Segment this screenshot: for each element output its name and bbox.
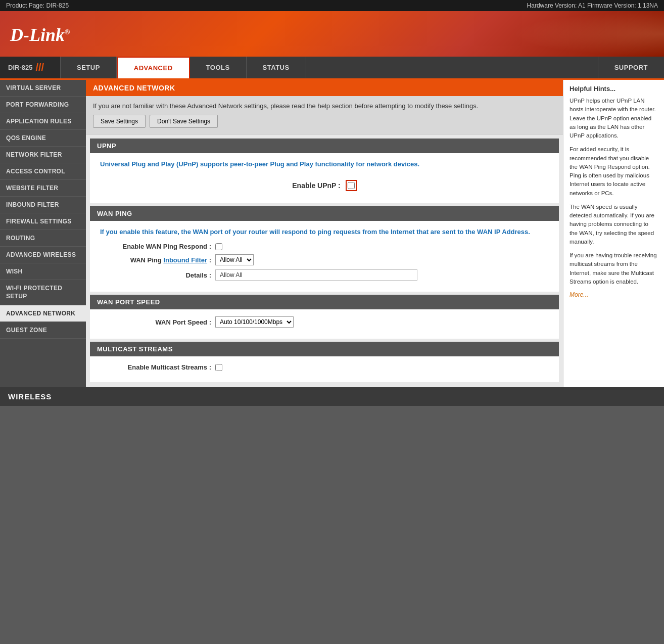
wan-port-speed-body: WAN Port Speed : Auto 10/100/1000Mbps 10… <box>90 309 559 339</box>
sidebar-item-access-control[interactable]: ACCESS CONTROL <box>0 163 86 180</box>
main-layout: VIRTUAL SERVER PORT FORWARDING APPLICATI… <box>0 80 664 387</box>
inbound-filter-select[interactable]: Allow All Deny All <box>215 254 254 265</box>
wan-ping-description: If you enable this feature, the WAN port… <box>100 228 549 236</box>
multicast-section-header: MULTICAST STREAMS <box>90 342 559 356</box>
tab-tools[interactable]: TOOLS <box>190 57 247 78</box>
sidebar: VIRTUAL SERVER PORT FORWARDING APPLICATI… <box>0 80 86 387</box>
sidebar-item-advanced-wireless[interactable]: ADVANCED WIRELESS <box>0 247 86 263</box>
dont-save-button[interactable]: Don't Save Settings <box>150 115 218 128</box>
wan-ping-section-header: WAN PING <box>90 206 559 221</box>
enable-wan-ping-checkbox[interactable] <box>215 243 222 250</box>
tab-status[interactable]: STATUS <box>247 57 306 78</box>
tab-support[interactable]: SUPPORT <box>598 57 664 78</box>
footer: WIRELESS <box>0 387 664 406</box>
sidebar-item-firewall-settings[interactable]: FIREWALL SETTINGS <box>0 213 86 230</box>
right-panel: Helpful Hints... UPnP helps other UPnP L… <box>563 80 664 387</box>
inbound-filter-label: WAN Ping Inbound Filter : <box>110 256 211 264</box>
multicast-row: Enable Multicast Streams : <box>100 363 549 371</box>
sidebar-item-network-filter[interactable]: NETWORK FILTER <box>0 147 86 163</box>
wan-port-speed-label: WAN Port Speed : <box>110 318 211 326</box>
sidebar-item-wifi-protected-setup[interactable]: WI-FI PROTECTED SETUP <box>0 280 86 305</box>
firmware-label: Hardware Version: A1 Firmware Version: 1… <box>527 2 658 9</box>
upnp-section-body: Universal Plug and Play (UPnP) supports … <box>90 153 559 203</box>
multicast-streams-checkbox[interactable] <box>215 364 222 371</box>
footer-text: WIRELESS <box>8 392 52 401</box>
sidebar-item-guest-zone[interactable]: GUEST ZONE <box>0 322 86 339</box>
sidebar-item-wish[interactable]: WISH <box>0 263 86 280</box>
product-label: Product Page: DIR-825 <box>6 2 69 9</box>
nav-spacer <box>306 57 598 78</box>
details-row: Details : <box>100 269 549 281</box>
tab-setup[interactable]: SETUP <box>61 57 117 78</box>
page-title: ADVANCED NETWORK <box>93 84 175 92</box>
header: D-Link® <box>0 11 664 57</box>
multicast-section: MULTICAST STREAMS Enable Multicast Strea… <box>90 342 559 382</box>
inbound-filter-link[interactable]: Inbound Filter <box>163 256 207 264</box>
hints-text-1: UPnP helps other UPnP LAN hosts interope… <box>570 97 658 140</box>
nav-tabs: DIR-825 /// SETUP ADVANCED TOOLS STATUS … <box>0 57 664 80</box>
hints-text-4: If you are having trouble receiving mult… <box>570 251 658 286</box>
page-header: ADVANCED NETWORK <box>86 80 563 96</box>
wan-ping-section-body: If you enable this feature, the WAN port… <box>90 221 559 292</box>
content-area: ADVANCED NETWORK If you are not familiar… <box>86 80 563 387</box>
button-row: Save Settings Don't Save Settings <box>93 115 556 128</box>
model-tab: DIR-825 /// <box>0 57 61 78</box>
multicast-label: Enable Multicast Streams : <box>110 363 211 371</box>
sidebar-item-port-forwarding[interactable]: PORT FORWARDING <box>0 97 86 113</box>
details-label: Details : <box>110 271 211 279</box>
wan-port-speed-row: WAN Port Speed : Auto 10/100/1000Mbps 10… <box>100 316 549 328</box>
wan-ping-section: WAN PING If you enable this feature, the… <box>90 206 559 292</box>
enable-upnp-label: Enable UPnP : <box>292 181 340 190</box>
top-bar: Product Page: DIR-825 Hardware Version: … <box>0 0 664 11</box>
dlink-logo: D-Link® <box>10 24 70 45</box>
sidebar-item-advanced-network[interactable]: ADVANCED NETWORK <box>0 305 86 322</box>
enable-wan-ping-label: Enable WAN Ping Respond : <box>110 243 211 250</box>
wan-port-speed-select[interactable]: Auto 10/100/1000Mbps 10Mbps - Half Duple… <box>215 316 294 328</box>
sidebar-item-application-rules[interactable]: APPLICATION RULES <box>0 113 86 130</box>
sidebar-item-website-filter[interactable]: WEBSITE FILTER <box>0 180 86 197</box>
details-input[interactable] <box>215 269 417 281</box>
intro-text: If you are not familiar with these Advan… <box>93 102 556 110</box>
hints-text-3: The WAN speed is usually detected automa… <box>570 203 658 246</box>
sidebar-item-virtual-server[interactable]: VIRTUAL SERVER <box>0 80 86 97</box>
enable-wan-ping-row: Enable WAN Ping Respond : <box>100 243 549 250</box>
upnp-description: Universal Plug and Play (UPnP) supports … <box>100 160 549 168</box>
wan-port-speed-header: WAN PORT SPEED <box>90 295 559 309</box>
hints-title: Helpful Hints... <box>570 85 658 93</box>
content-inner: UPNP Universal Plug and Play (UPnP) supp… <box>86 134 563 387</box>
multicast-section-body: Enable Multicast Streams : <box>90 356 559 382</box>
enable-upnp-checkbox[interactable] <box>348 182 355 189</box>
enable-upnp-checkbox-border <box>346 180 357 191</box>
enable-upnp-row: Enable UPnP : <box>100 175 549 196</box>
hints-text-2: For added security, it is recommended th… <box>570 145 658 198</box>
upnp-section: UPNP Universal Plug and Play (UPnP) supp… <box>90 139 559 203</box>
sidebar-item-routing[interactable]: ROUTING <box>0 230 86 247</box>
intro-box: If you are not familiar with these Advan… <box>86 96 563 134</box>
sidebar-item-qos-engine[interactable]: QOS ENGINE <box>0 130 86 147</box>
upnp-section-header: UPNP <box>90 139 559 153</box>
more-link[interactable]: More... <box>570 291 588 298</box>
save-settings-button[interactable]: Save Settings <box>93 115 146 128</box>
wan-port-speed-section: WAN PORT SPEED WAN Port Speed : Auto 10/… <box>90 295 559 339</box>
tab-advanced[interactable]: ADVANCED <box>117 57 190 78</box>
model-slashes: /// <box>35 62 44 73</box>
inbound-filter-row: WAN Ping Inbound Filter : Allow All Deny… <box>100 254 549 265</box>
sidebar-item-inbound-filter[interactable]: INBOUND FILTER <box>0 197 86 213</box>
